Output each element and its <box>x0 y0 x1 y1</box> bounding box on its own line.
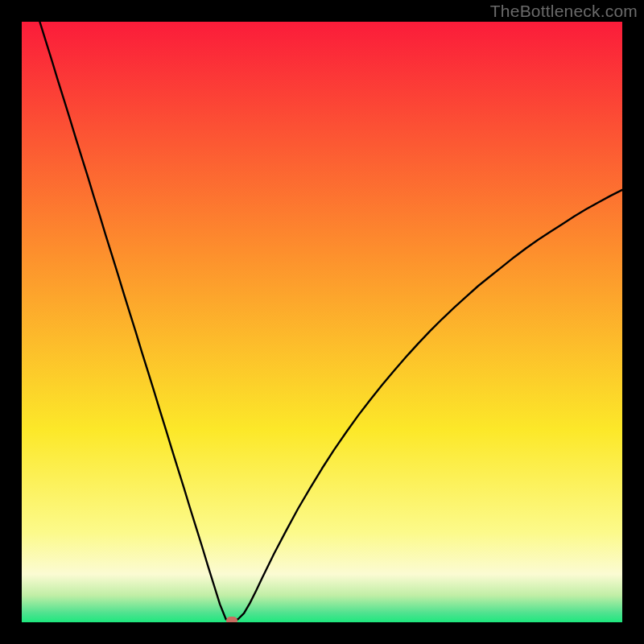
min-marker <box>226 617 237 622</box>
chart-frame: TheBottleneck.com <box>0 0 644 644</box>
plot-area <box>22 22 622 622</box>
watermark-text: TheBottleneck.com <box>490 2 638 21</box>
gradient-background <box>22 22 622 622</box>
chart-svg <box>22 22 622 622</box>
